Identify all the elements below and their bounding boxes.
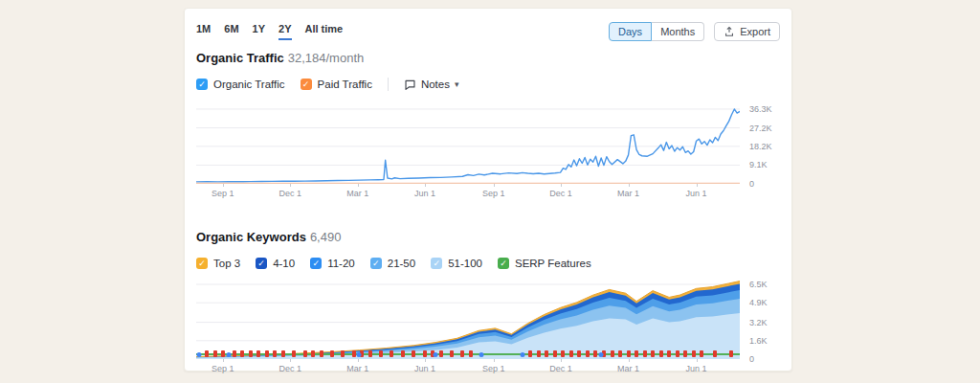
chevron-down-icon: ▾ (455, 79, 459, 89)
serp-feature-accent-marker[interactable] (433, 352, 437, 357)
x-axis-label: Jun 1 (414, 189, 435, 198)
serp-feature-accent-marker[interactable] (196, 352, 201, 357)
keywords-y-axis: 6.5K4.9K3.2K1.6K0 (749, 279, 797, 359)
legend-11-20[interactable]: 11-20 (310, 258, 355, 269)
tab-2y[interactable]: 2Y (278, 23, 291, 40)
notes-label: Notes (421, 79, 450, 90)
legend-top-3[interactable]: Top 3 (196, 258, 240, 269)
x-axis-tick (697, 359, 698, 362)
legend-51-100[interactable]: 51-100 (431, 258, 482, 269)
serp-feature-marker[interactable] (528, 350, 532, 357)
checkbox-checked-icon (301, 79, 312, 90)
checkbox-checked-icon (370, 258, 382, 269)
legend-label: Organic Traffic (213, 79, 285, 90)
serp-feature-marker[interactable] (311, 350, 315, 357)
page-background: 1M 6M 1Y 2Y All time Days Months Export (0, 0, 980, 383)
legend-21-50[interactable]: 21-50 (370, 258, 415, 269)
serp-feature-marker[interactable] (627, 350, 631, 357)
serp-feature-marker[interactable] (700, 350, 703, 357)
serp-feature-marker[interactable] (635, 350, 638, 357)
serp-feature-marker[interactable] (423, 350, 427, 357)
serp-feature-marker[interactable] (439, 350, 443, 357)
serp-feature-marker[interactable] (618, 350, 622, 357)
serp-feature-marker[interactable] (729, 350, 733, 357)
serp-feature-marker[interactable] (561, 350, 565, 357)
x-axis-tick (358, 184, 359, 187)
x-axis-label: Mar 1 (617, 364, 639, 373)
serp-feature-marker[interactable] (659, 350, 663, 357)
legend-paid-traffic[interactable]: Paid Traffic (301, 79, 372, 90)
serp-feature-marker[interactable] (643, 350, 647, 357)
serp-feature-marker[interactable] (330, 350, 334, 357)
serp-feature-marker[interactable] (713, 350, 717, 357)
serp-feature-marker[interactable] (205, 350, 209, 357)
serp-feature-marker[interactable] (553, 350, 557, 357)
serp-feature-marker[interactable] (545, 350, 548, 357)
serp-feature-marker[interactable] (352, 350, 356, 357)
serp-feature-marker[interactable] (569, 350, 573, 357)
tab-1y[interactable]: 1Y (253, 23, 265, 40)
serp-feature-accent-marker[interactable] (357, 352, 362, 357)
days-toggle-button[interactable]: Days (609, 22, 652, 41)
traffic-plot-area[interactable] (196, 101, 740, 184)
legend-4-10[interactable]: 4-10 (256, 258, 295, 269)
serp-feature-marker[interactable] (292, 350, 296, 357)
tab-all-time[interactable]: All time (305, 23, 344, 40)
serp-feature-marker[interactable] (233, 350, 236, 357)
section-heading: Organic Traffic (196, 51, 284, 65)
x-axis-label: Dec 1 (549, 364, 572, 373)
serp-feature-marker[interactable] (401, 350, 405, 357)
serp-feature-accent-marker[interactable] (479, 352, 484, 357)
tab-6m[interactable]: 6M (224, 23, 238, 40)
serp-feature-marker[interactable] (249, 350, 253, 357)
serp-feature-marker[interactable] (683, 350, 687, 357)
divider (388, 78, 389, 91)
serp-feature-marker[interactable] (303, 350, 307, 357)
toolbar-right: Days Months Export (609, 22, 780, 41)
traffic-line-chart (196, 101, 740, 184)
speech-bubble-icon (404, 79, 416, 91)
serp-feature-marker[interactable] (412, 350, 415, 357)
serp-feature-marker[interactable] (667, 350, 671, 357)
serp-feature-accent-marker[interactable] (599, 352, 604, 357)
serp-feature-marker[interactable] (469, 350, 473, 357)
serp-feature-accent-marker[interactable] (520, 352, 524, 357)
legend-label: 21-50 (388, 258, 415, 269)
serp-feature-marker[interactable] (692, 350, 696, 357)
serp-feature-marker[interactable] (368, 350, 372, 357)
serp-feature-marker[interactable] (213, 350, 217, 357)
serp-feature-marker[interactable] (341, 350, 345, 357)
serp-feature-marker[interactable] (651, 350, 655, 357)
keywords-plot-area[interactable] (196, 279, 740, 359)
organic-traffic-chart: 36.3K27.2K18.2K9.1K0 Sep 1Dec 1Mar 1Jun … (196, 101, 780, 201)
export-button[interactable]: Export (714, 22, 780, 41)
notes-dropdown[interactable]: Notes ▾ (404, 79, 459, 91)
serp-feature-marker[interactable] (256, 350, 260, 357)
serp-feature-marker[interactable] (265, 350, 269, 357)
serp-feature-marker[interactable] (320, 350, 323, 357)
serp-feature-marker[interactable] (676, 350, 679, 357)
checkbox-checked-icon (498, 258, 509, 269)
serp-feature-marker[interactable] (593, 350, 597, 357)
serp-feature-accent-marker[interactable] (227, 352, 232, 357)
legend-organic-traffic[interactable]: Organic Traffic (196, 79, 285, 90)
serp-feature-marker[interactable] (577, 350, 581, 357)
serp-feature-marker[interactable] (273, 350, 277, 357)
x-axis-label: Sep 1 (482, 364, 505, 373)
months-toggle-button[interactable]: Months (652, 22, 704, 41)
serp-feature-marker[interactable] (240, 350, 244, 357)
legend-serp-features[interactable]: SERP Features (498, 258, 591, 269)
checkbox-checked-icon (196, 79, 208, 90)
serp-feature-marker[interactable] (450, 350, 454, 357)
serp-feature-marker[interactable] (379, 350, 383, 357)
serp-feature-marker[interactable] (460, 350, 464, 357)
serp-feature-marker[interactable] (586, 350, 590, 357)
serp-feature-marker[interactable] (537, 350, 541, 357)
x-axis-label: Mar 1 (617, 189, 639, 198)
serp-feature-marker[interactable] (390, 350, 393, 357)
serp-feature-marker[interactable] (611, 350, 614, 357)
time-range-tabs: 1M 6M 1Y 2Y All time (196, 23, 343, 40)
tab-1m[interactable]: 1M (196, 23, 211, 40)
serp-feature-marker[interactable] (221, 350, 225, 357)
serp-feature-marker[interactable] (281, 350, 285, 357)
